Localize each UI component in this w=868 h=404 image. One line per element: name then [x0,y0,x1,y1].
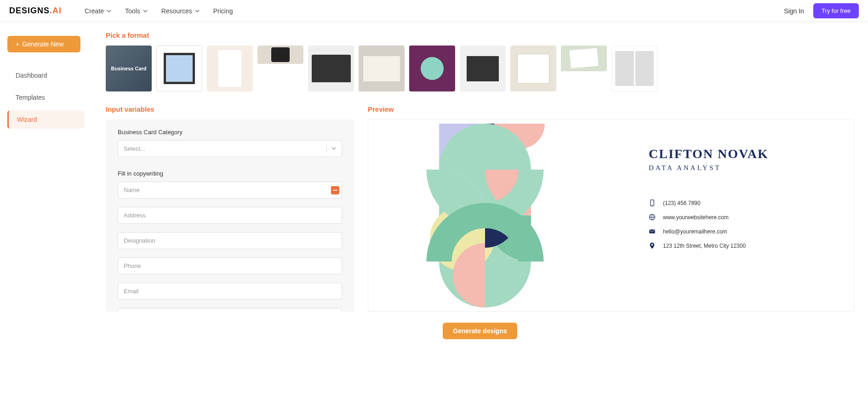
generate-new-label: Generate New [22,40,63,48]
header-right: Sign In Try for free [784,3,859,18]
format-thumb[interactable] [156,46,202,91]
geometric-art [372,124,635,307]
nav-label: Pricing [213,7,233,15]
format-thumb[interactable] [207,46,253,91]
sidebar-nav: Dashboard Templates Wizard [7,66,85,129]
name-input[interactable] [118,182,342,199]
contact-text: (123) 456 7890 [663,200,700,206]
sign-in-link[interactable]: Sign In [784,7,804,15]
generate-designs-button[interactable]: Generate designs [443,323,517,339]
contact-text: 123 12th Street, Metro City 12300 [663,243,746,249]
contact-phone: (123) 456 7890 [649,199,836,206]
format-thumb[interactable] [561,46,607,71]
logo-text: DESIGNS [9,6,50,16]
try-free-button[interactable]: Try for free [813,3,859,18]
format-thumb[interactable] [611,46,657,91]
preview-artwork [372,124,635,307]
format-thumb[interactable] [460,46,506,91]
ai-badge-icon[interactable]: ••• [331,186,339,194]
sidebar-item-wizard[interactable]: Wizard [7,110,85,129]
generate-new-button[interactable]: + Generate New [7,36,80,52]
chevron-down-icon [326,145,336,152]
nav-label: Resources [161,7,192,15]
nav-create[interactable]: Create [85,7,111,15]
globe-icon [649,214,656,221]
card-role: DATA ANALYST [649,164,836,172]
chevron-down-icon [195,9,200,13]
main-nav: Create Tools Resources Pricing [75,7,233,15]
phone-input[interactable] [118,257,342,274]
card-contacts: (123) 456 7890 www.yourwebsitehere.com h… [649,199,836,249]
input-column: Input variables Business Card Category S… [106,105,354,312]
contact-text: hello@youremailhere.com [663,228,727,235]
nav-resources[interactable]: Resources [161,7,200,15]
generate-wrap: Generate designs [106,323,854,339]
contact-website: www.yourwebsitehere.com [649,214,836,221]
company-input[interactable] [118,308,342,312]
select-placeholder: Select... [124,145,145,152]
format-gallery: Business Card [106,46,854,91]
chevron-down-icon [107,9,111,13]
nav-label: Tools [125,7,140,15]
nav-pricing[interactable]: Pricing [213,7,233,15]
nav-label: Create [85,7,104,15]
copywriting-label: Fill in copywriting [118,170,342,177]
category-select[interactable]: Select... [118,140,342,157]
designation-input[interactable] [118,232,342,249]
pick-format-title: Pick a format [106,31,854,39]
contact-email: hello@youremailhere.com [649,228,836,235]
format-thumb[interactable] [257,46,303,64]
business-card-preview: CLIFTON NOVAK DATA ANALYST (123) 456 789… [372,124,850,307]
plus-icon: + [16,40,19,48]
chevron-down-icon [143,9,148,13]
sidebar: + Generate New Dashboard Templates Wizar… [0,22,92,404]
form-panel: Business Card Category Select... Fill in… [106,119,354,312]
contact-address: 123 12th Street, Metro City 12300 [649,242,836,249]
email-input[interactable] [118,283,342,300]
preview-area: CLIFTON NOVAK DATA ANALYST (123) 456 789… [368,119,854,312]
logo[interactable]: DESIGNS.AI [9,6,62,16]
main: Pick a format Business Card Input variab… [92,22,868,404]
contact-text: www.yourwebsitehere.com [663,214,729,221]
top-nav: DESIGNS.AI Create Tools Resources Pricin… [0,0,868,22]
input-vars-title: Input variables [106,105,354,113]
preview-column: Preview [368,105,854,312]
category-label: Business Card Category [118,129,342,136]
location-icon [649,242,656,249]
preview-info: CLIFTON NOVAK DATA ANALYST (123) 456 789… [635,124,850,307]
two-col: Input variables Business Card Category S… [106,105,854,312]
format-thumb[interactable] [359,46,405,91]
mail-icon [649,228,656,235]
logo-suffix: .AI [50,6,62,16]
card-name: CLIFTON NOVAK [649,147,836,161]
address-input[interactable] [118,207,342,224]
format-thumb[interactable] [510,46,556,91]
format-thumb[interactable] [409,46,455,91]
format-thumb[interactable] [308,46,354,91]
sidebar-item-templates[interactable]: Templates [7,88,85,107]
format-label: Business Card [111,66,146,71]
preview-title: Preview [368,105,854,113]
format-business-card[interactable]: Business Card [106,46,152,91]
phone-icon [649,199,656,206]
nav-tools[interactable]: Tools [125,7,148,15]
sidebar-item-dashboard[interactable]: Dashboard [7,66,85,85]
svg-point-6 [652,205,653,205]
container: + Generate New Dashboard Templates Wizar… [0,22,868,404]
svg-point-11 [651,244,653,246]
header-left: DESIGNS.AI Create Tools Resources Pricin… [9,6,233,16]
